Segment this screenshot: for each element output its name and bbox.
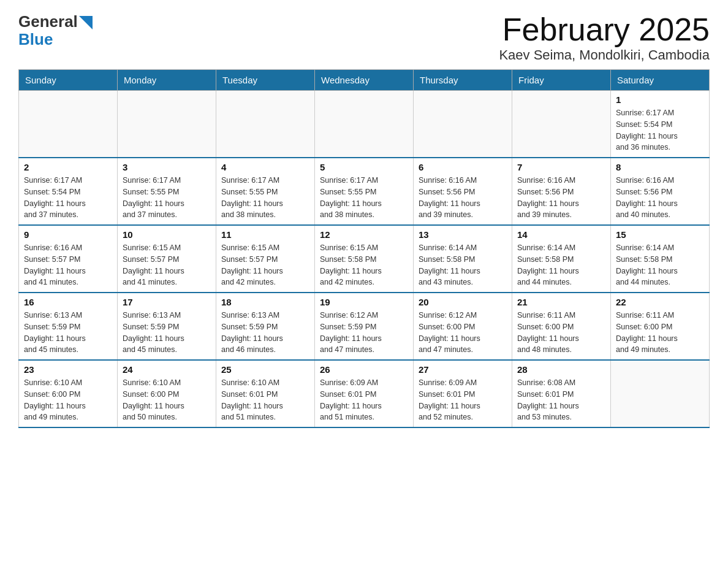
calendar-day-cell [414,91,512,158]
day-info: Sunrise: 6:13 AM Sunset: 5:59 PM Dayligh… [123,310,211,356]
day-number: 4 [221,162,309,172]
day-info: Sunrise: 6:16 AM Sunset: 5:56 PM Dayligh… [419,175,507,221]
day-number: 11 [221,229,309,240]
calendar-day-cell [315,91,414,158]
calendar-day-cell: 28Sunrise: 6:08 AM Sunset: 6:01 PM Dayli… [512,360,611,427]
day-info: Sunrise: 6:12 AM Sunset: 5:59 PM Dayligh… [320,310,408,356]
calendar-day-cell: 22Sunrise: 6:11 AM Sunset: 6:00 PM Dayli… [611,293,710,360]
calendar-subtitle: Kaev Seima, Mondolkiri, Cambodia [499,47,710,63]
day-info: Sunrise: 6:14 AM Sunset: 5:58 PM Dayligh… [419,242,507,288]
day-info: Sunrise: 6:08 AM Sunset: 6:01 PM Dayligh… [517,377,605,423]
logo-general-text: General [18,12,78,31]
calendar-day-cell: 26Sunrise: 6:09 AM Sunset: 6:01 PM Dayli… [315,360,414,427]
calendar-day-cell: 11Sunrise: 6:15 AM Sunset: 5:57 PM Dayli… [216,225,315,293]
day-of-week-header: Friday [512,70,611,91]
calendar-day-cell: 3Sunrise: 6:17 AM Sunset: 5:55 PM Daylig… [118,158,216,225]
day-info: Sunrise: 6:13 AM Sunset: 5:59 PM Dayligh… [221,310,309,356]
calendar-day-cell: 4Sunrise: 6:17 AM Sunset: 5:55 PM Daylig… [216,158,315,225]
calendar-day-cell: 1Sunrise: 6:17 AM Sunset: 5:54 PM Daylig… [611,91,710,158]
calendar-day-cell [19,91,118,158]
day-info: Sunrise: 6:17 AM Sunset: 5:55 PM Dayligh… [123,175,211,221]
calendar-day-cell: 6Sunrise: 6:16 AM Sunset: 5:56 PM Daylig… [414,158,512,225]
day-of-week-header: Tuesday [216,70,315,91]
logo-blue-text: Blue [18,31,53,47]
day-number: 25 [221,364,309,375]
day-number: 15 [616,229,704,240]
day-number: 1 [616,94,704,105]
day-info: Sunrise: 6:17 AM Sunset: 5:55 PM Dayligh… [320,175,408,221]
day-info: Sunrise: 6:15 AM Sunset: 5:57 PM Dayligh… [221,242,309,288]
calendar-week-row: 9Sunrise: 6:16 AM Sunset: 5:57 PM Daylig… [19,225,710,293]
calendar-day-cell: 16Sunrise: 6:13 AM Sunset: 5:59 PM Dayli… [19,293,118,360]
day-number: 9 [24,229,112,240]
day-number: 12 [320,229,408,240]
calendar-day-cell: 27Sunrise: 6:09 AM Sunset: 6:01 PM Dayli… [414,360,512,427]
calendar-day-cell: 14Sunrise: 6:14 AM Sunset: 5:58 PM Dayli… [512,225,611,293]
day-info: Sunrise: 6:15 AM Sunset: 5:57 PM Dayligh… [123,242,211,288]
day-info: Sunrise: 6:16 AM Sunset: 5:56 PM Dayligh… [616,175,704,221]
day-number: 10 [123,229,211,240]
day-number: 7 [517,162,605,172]
day-info: Sunrise: 6:09 AM Sunset: 6:01 PM Dayligh… [419,377,507,423]
day-number: 19 [320,297,408,307]
day-number: 2 [24,162,112,172]
day-info: Sunrise: 6:10 AM Sunset: 6:01 PM Dayligh… [221,377,309,423]
day-number: 17 [123,297,211,307]
calendar-day-cell: 7Sunrise: 6:16 AM Sunset: 5:56 PM Daylig… [512,158,611,225]
calendar-day-cell: 23Sunrise: 6:10 AM Sunset: 6:00 PM Dayli… [19,360,118,427]
calendar-title: February 2025 [499,12,710,47]
calendar-day-cell: 25Sunrise: 6:10 AM Sunset: 6:01 PM Dayli… [216,360,315,427]
calendar-week-row: 16Sunrise: 6:13 AM Sunset: 5:59 PM Dayli… [19,293,710,360]
day-number: 22 [616,297,704,307]
logo-line1: General [18,12,93,31]
calendar-day-cell [216,91,315,158]
day-info: Sunrise: 6:17 AM Sunset: 5:55 PM Dayligh… [221,175,309,221]
day-number: 21 [517,297,605,307]
day-of-week-header: Thursday [414,70,512,91]
calendar-day-cell [512,91,611,158]
day-info: Sunrise: 6:15 AM Sunset: 5:58 PM Dayligh… [320,242,408,288]
page-header: General Blue February 2025 Kaev Seima, M… [18,12,710,63]
day-info: Sunrise: 6:10 AM Sunset: 6:00 PM Dayligh… [123,377,211,423]
day-of-week-header: Sunday [19,70,118,91]
day-info: Sunrise: 6:09 AM Sunset: 6:01 PM Dayligh… [320,377,408,423]
day-number: 3 [123,162,211,172]
day-info: Sunrise: 6:16 AM Sunset: 5:56 PM Dayligh… [517,175,605,221]
day-number: 13 [419,229,507,240]
title-block: February 2025 Kaev Seima, Mondolkiri, Ca… [499,12,710,63]
calendar-day-cell: 24Sunrise: 6:10 AM Sunset: 6:00 PM Dayli… [118,360,216,427]
calendar-table: SundayMondayTuesdayWednesdayThursdayFrid… [18,69,710,428]
day-number: 27 [419,364,507,375]
calendar-day-cell: 15Sunrise: 6:14 AM Sunset: 5:58 PM Dayli… [611,225,710,293]
day-number: 26 [320,364,408,375]
calendar-day-cell: 9Sunrise: 6:16 AM Sunset: 5:57 PM Daylig… [19,225,118,293]
calendar-week-row: 23Sunrise: 6:10 AM Sunset: 6:00 PM Dayli… [19,360,710,427]
day-info: Sunrise: 6:11 AM Sunset: 6:00 PM Dayligh… [616,310,704,356]
calendar-day-cell: 13Sunrise: 6:14 AM Sunset: 5:58 PM Dayli… [414,225,512,293]
calendar-day-cell: 10Sunrise: 6:15 AM Sunset: 5:57 PM Dayli… [118,225,216,293]
calendar-day-cell: 21Sunrise: 6:11 AM Sunset: 6:00 PM Dayli… [512,293,611,360]
day-number: 28 [517,364,605,375]
day-number: 14 [517,229,605,240]
day-info: Sunrise: 6:16 AM Sunset: 5:57 PM Dayligh… [24,242,112,288]
day-number: 20 [419,297,507,307]
day-info: Sunrise: 6:10 AM Sunset: 6:00 PM Dayligh… [24,377,112,423]
day-info: Sunrise: 6:14 AM Sunset: 5:58 PM Dayligh… [517,242,605,288]
day-number: 16 [24,297,112,307]
day-info: Sunrise: 6:14 AM Sunset: 5:58 PM Dayligh… [616,242,704,288]
calendar-day-cell: 5Sunrise: 6:17 AM Sunset: 5:55 PM Daylig… [315,158,414,225]
day-info: Sunrise: 6:13 AM Sunset: 5:59 PM Dayligh… [24,310,112,356]
day-number: 18 [221,297,309,307]
calendar-week-row: 2Sunrise: 6:17 AM Sunset: 5:54 PM Daylig… [19,158,710,225]
day-info: Sunrise: 6:17 AM Sunset: 5:54 PM Dayligh… [24,175,112,221]
day-number: 6 [419,162,507,172]
calendar-week-row: 1Sunrise: 6:17 AM Sunset: 5:54 PM Daylig… [19,91,710,158]
calendar-day-cell: 12Sunrise: 6:15 AM Sunset: 5:58 PM Dayli… [315,225,414,293]
day-number: 5 [320,162,408,172]
day-of-week-header: Saturday [611,70,710,91]
day-number: 23 [24,364,112,375]
logo-triangle-icon [79,16,93,29]
calendar-day-cell: 18Sunrise: 6:13 AM Sunset: 5:59 PM Dayli… [216,293,315,360]
day-number: 8 [616,162,704,172]
svg-marker-0 [79,16,93,29]
